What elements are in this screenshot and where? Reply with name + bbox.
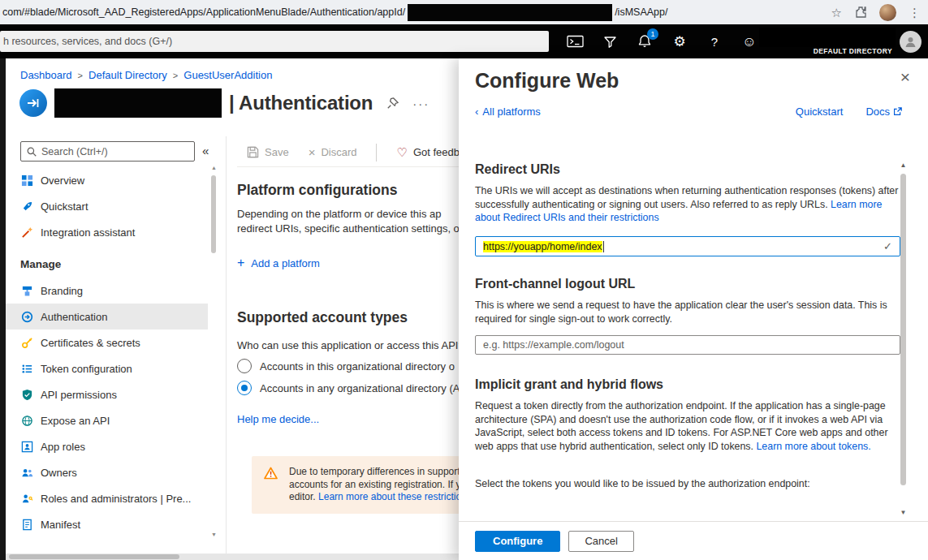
scroll-down-icon[interactable]: ▼ [209, 531, 218, 539]
sidebar-item-manifest[interactable]: Manifest [6, 511, 208, 537]
cancel-button[interactable]: Cancel [568, 531, 633, 552]
sidebar-item-roles-administrators[interactable]: Roles and administrators | Pre... [6, 485, 208, 511]
sidebar-section-manage: Manage [6, 245, 208, 278]
global-search-input[interactable] [0, 31, 549, 52]
front-channel-logout-heading: Front-channel logout URL [475, 277, 635, 291]
warning-triangle-icon [264, 467, 278, 483]
browser-address-bar[interactable]: com/#blade/Microsoft_AAD_RegisteredApps/… [0, 0, 928, 24]
scroll-up-icon[interactable]: ▲ [897, 161, 909, 170]
sidebar-item-app-roles[interactable]: App roles [6, 433, 208, 459]
restrictions-learn-more-link[interactable]: Learn more about these restrictions. [318, 491, 474, 502]
sidebar-scrollbar-thumb[interactable] [211, 175, 216, 253]
sidebar-item-integration-assistant[interactable]: Integration assistant [6, 219, 208, 245]
select-tokens-label: Select the tokens you would like to be i… [475, 477, 904, 491]
radio-selected-icon[interactable] [237, 381, 252, 395]
redirect-uris-heading: Redirect URIs [475, 162, 560, 177]
sidebar-item-authentication[interactable]: Authentication [6, 304, 208, 330]
sidebar-search-input[interactable] [41, 146, 189, 157]
sidebar-item-overview[interactable]: Overview [6, 167, 208, 193]
quickstart-link[interactable]: Quickstart [796, 106, 844, 118]
text-cursor [603, 241, 604, 252]
redirect-uri-value: https://youapp/home/index [483, 241, 602, 252]
browser-menu-dots-icon[interactable]: ⋮ [909, 6, 921, 19]
redacted-url-segment [408, 4, 612, 21]
scroll-down-icon[interactable]: ▼ [897, 508, 909, 518]
feedback-smiley-icon[interactable]: ☺ [740, 32, 758, 50]
sidebar-divider [226, 136, 227, 554]
sidebar-item-token-configuration[interactable]: Token configuration [6, 355, 208, 381]
sidebar-item-quickstart[interactable]: Quickstart [6, 193, 208, 219]
heart-icon: ♡ [396, 145, 407, 160]
cloud-shell-icon[interactable] [566, 32, 584, 50]
sidebar-search-box[interactable] [20, 141, 195, 162]
horizontal-scrollbar-thumb[interactable] [9, 554, 179, 559]
save-button[interactable]: Save [247, 146, 289, 158]
plus-icon: + [237, 256, 244, 270]
panel-scrollbar-thumb[interactable] [900, 174, 906, 485]
breadcrumb-guestuseraddition[interactable]: GuestUserAddition [183, 69, 272, 81]
horizontal-scrollbar[interactable] [6, 554, 459, 560]
sidebar-scrollbar[interactable]: ▲ ▼ [209, 164, 218, 539]
docs-link[interactable]: Docs [865, 106, 902, 118]
app-roles-icon [20, 440, 33, 453]
browser-profile-avatar[interactable] [879, 4, 896, 21]
help-icon[interactable]: ? [706, 32, 723, 50]
sidebar-item-label: Quickstart [41, 200, 88, 213]
save-icon [247, 146, 259, 158]
implicit-grant-description: Request a token directly from the author… [475, 399, 904, 453]
radio-unselected-icon[interactable] [237, 359, 252, 373]
more-actions-icon[interactable]: ··· [412, 97, 429, 110]
sidebar-item-certificates-secrets[interactable]: Certificates & secrets [6, 330, 208, 355]
sidebar-item-label: Certificates & secrets [41, 337, 140, 349]
breadcrumb-dashboard[interactable]: Dashboard [20, 69, 72, 81]
panel-title: Configure Web [475, 69, 619, 93]
owners-icon [20, 466, 33, 479]
sidebar-item-label: Overview [41, 174, 84, 187]
sidebar-item-label: Authentication [41, 311, 107, 323]
tokens-learn-more-link[interactable]: Learn more about tokens. [756, 441, 870, 452]
sidebar-nav: Overview Quickstart Integration assistan… [6, 167, 208, 537]
notifications-bell-icon[interactable]: 1 [636, 32, 654, 50]
sidebar-item-label: Manifest [41, 519, 80, 531]
breadcrumb-separator: > [78, 71, 83, 80]
breadcrumb-separator: > [173, 71, 178, 80]
sidebar-item-api-permissions[interactable]: API permissions [6, 381, 208, 407]
logout-url-input-wrap [475, 335, 900, 355]
directory-filter-icon[interactable] [601, 32, 619, 50]
redacted-app-name [54, 88, 222, 118]
app-registration-icon [19, 89, 47, 117]
overview-icon [20, 174, 33, 187]
sidebar-item-expose-an-api[interactable]: Expose an API [6, 407, 208, 433]
account-avatar[interactable] [900, 31, 922, 53]
all-platforms-back-link[interactable]: ‹ All platforms [475, 106, 541, 118]
panel-scrollbar[interactable]: ▲ ▼ [897, 161, 909, 518]
sidebar-item-owners[interactable]: Owners [6, 459, 208, 485]
token-configuration-icon [20, 362, 33, 375]
sidebar-item-branding[interactable]: Branding [6, 278, 208, 304]
page-header: | Authentication ··· [19, 88, 429, 118]
discard-button[interactable]: × Discard [309, 145, 357, 159]
pin-icon[interactable] [386, 97, 399, 110]
sidebar-item-label: Integration assistant [41, 226, 135, 239]
breadcrumb-default-directory[interactable]: Default Directory [88, 69, 167, 81]
extensions-puzzle-icon[interactable] [854, 6, 867, 19]
bookmark-star-icon[interactable]: ☆ [831, 6, 842, 19]
redirect-uris-description: The URIs we will accept as destinations … [475, 184, 904, 225]
logout-url-input[interactable] [483, 339, 892, 351]
sidebar-collapse-button[interactable]: « [202, 144, 209, 157]
validation-check-icon: ✓ [883, 240, 892, 252]
sidebar-item-label: Owners [41, 467, 77, 479]
sidebar-item-label: API permissions [41, 389, 117, 401]
configure-button[interactable]: Configure [475, 531, 560, 552]
expose-api-icon [20, 414, 33, 427]
scroll-up-icon[interactable]: ▲ [209, 164, 218, 172]
settings-gear-icon[interactable]: ⚙ [671, 32, 688, 50]
url-suffix: /isMSAApp/ [615, 6, 667, 18]
front-channel-logout-description: This is where we send a request to have … [475, 299, 904, 325]
redirect-uri-input[interactable]: https://youapp/home/index ✓ [475, 236, 900, 256]
left-edge-strip [0, 58, 6, 560]
discard-x-icon: × [309, 145, 316, 159]
sidebar-item-label: Branding [41, 285, 83, 297]
close-icon[interactable]: × [900, 68, 910, 85]
manifest-icon [20, 518, 33, 531]
